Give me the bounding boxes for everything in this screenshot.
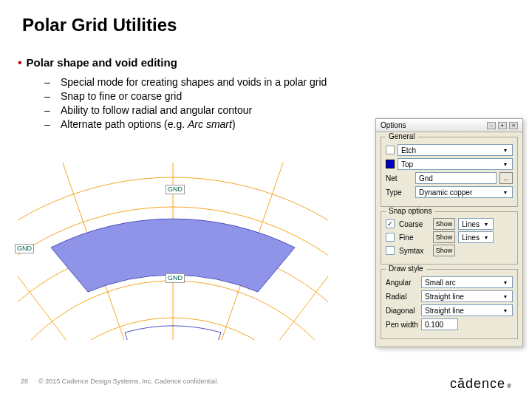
- polar-grid-diagram: GND GND GND: [18, 163, 328, 340]
- bullet-dot-icon: •: [18, 56, 22, 69]
- snap-name: Symtax: [399, 247, 430, 255]
- chevron-down-icon: ▼: [502, 148, 509, 153]
- chevron-down-icon: ▼: [482, 235, 490, 240]
- snap-row: ✓CoarseShowLines▼: [386, 218, 513, 230]
- slide-title: Polar Grid Utilities: [22, 15, 177, 35]
- chevron-down-icon: ▼: [502, 162, 509, 167]
- show-button[interactable]: Show: [433, 245, 455, 256]
- snap-row: SymtaxShow: [386, 245, 513, 256]
- diagonal-label: Diagonal: [386, 307, 418, 315]
- chevron-down-icon: ▼: [502, 308, 509, 313]
- sub-bullet: –Special mode for creating shapes and vo…: [44, 75, 514, 89]
- dash-icon: –: [44, 117, 53, 132]
- sub-bullet-text: Special mode for creating shapes and voi…: [61, 75, 327, 89]
- layer2-dropdown[interactable]: Top▼: [398, 158, 513, 170]
- angular-label: Angular: [386, 279, 418, 287]
- snap-name: Coarse: [399, 220, 430, 228]
- options-panel: Options - ▪ × General Etch▼ Top▼ Net Gnd…: [375, 118, 523, 347]
- snap-checkbox[interactable]: ✓: [386, 219, 395, 228]
- net-label-gnd: GND: [15, 244, 34, 253]
- panel-titlebar[interactable]: Options - ▪ ×: [376, 119, 522, 132]
- show-button[interactable]: Show: [433, 218, 455, 230]
- layer-swatch[interactable]: [386, 160, 395, 168]
- group-label: Snap options: [386, 207, 434, 215]
- snap-checkbox[interactable]: [386, 246, 395, 255]
- net-label-gnd: GND: [166, 273, 185, 283]
- chevron-down-icon: ▼: [482, 222, 490, 227]
- snap-row: FineShowLines▼: [386, 231, 513, 243]
- snap-style-dropdown[interactable]: Lines▼: [458, 218, 494, 230]
- layer1-dropdown[interactable]: Etch▼: [398, 144, 513, 156]
- pen-width-label: Pen width: [386, 321, 418, 329]
- radial-dropdown[interactable]: Straight line▼: [421, 290, 513, 302]
- dash-icon: –: [44, 75, 53, 89]
- dock-icon[interactable]: -: [487, 122, 496, 129]
- sub-bullet-text: Alternate path options (e.g. Arc smart): [61, 117, 236, 132]
- chevron-down-icon: ▼: [502, 190, 509, 195]
- angular-dropdown[interactable]: Small arc▼: [421, 276, 513, 288]
- type-label: Type: [386, 188, 412, 197]
- group-label: Draw style: [386, 265, 426, 273]
- net-label: Net: [386, 174, 412, 183]
- close-icon[interactable]: ×: [509, 122, 518, 129]
- sub-bullet-text: Snap to fine or coarse grid: [61, 89, 182, 103]
- radial-label: Radial: [386, 293, 418, 301]
- diagonal-dropdown[interactable]: Straight line▼: [421, 304, 513, 316]
- page-number: 28: [21, 378, 28, 385]
- group-draw: Draw style AngularSmall arc▼ RadialStrai…: [381, 269, 518, 339]
- cadence-logo: cādence®: [450, 376, 511, 392]
- sub-bullet: –Ability to follow radial and angular co…: [44, 103, 514, 117]
- snap-style-dropdown[interactable]: Lines▼: [458, 231, 494, 243]
- type-dropdown[interactable]: Dynamic copper▼: [415, 186, 513, 198]
- bullet-primary: • Polar shape and void editing: [18, 56, 514, 69]
- snap-checkbox[interactable]: [386, 233, 395, 242]
- logo-word: cādence: [450, 376, 505, 392]
- chevron-down-icon: ▼: [502, 280, 509, 285]
- copyright-text: © 2015 Cadence Design Systems, Inc. Cade…: [38, 378, 219, 385]
- group-snap: Snap options ✓CoarseShowLines▼FineShowLi…: [381, 211, 518, 265]
- chevron-down-icon: ▼: [502, 294, 509, 299]
- layer-swatch[interactable]: [386, 146, 395, 154]
- panel-title-text: Options: [381, 121, 406, 129]
- sub-bullet: –Snap to fine or coarse grid: [44, 89, 514, 103]
- pin-icon[interactable]: ▪: [498, 122, 507, 129]
- net-input[interactable]: Gnd: [415, 172, 497, 184]
- sub-bullet-text: Ability to follow radial and angular con…: [61, 103, 252, 117]
- show-button[interactable]: Show: [433, 231, 455, 243]
- browse-button[interactable]: ...: [499, 172, 513, 184]
- registered-icon: ®: [507, 383, 511, 389]
- net-label-gnd: GND: [166, 185, 185, 194]
- group-label: General: [386, 132, 418, 140]
- group-general: General Etch▼ Top▼ Net Gnd ... Type Dyna…: [381, 137, 518, 207]
- bullet-text: Polar shape and void editing: [27, 56, 177, 69]
- snap-name: Fine: [399, 233, 430, 242]
- dash-icon: –: [44, 103, 53, 117]
- pen-width-input[interactable]: 0.100: [421, 318, 458, 330]
- dash-icon: –: [44, 89, 53, 103]
